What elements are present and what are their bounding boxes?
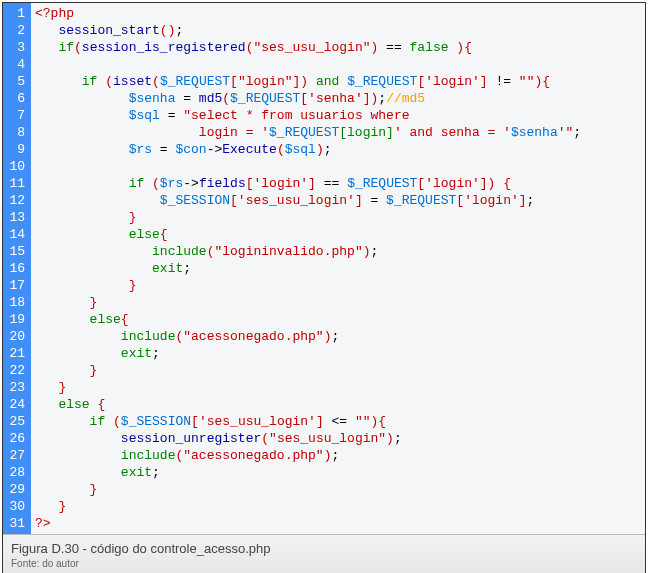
line-number: 13 [7,209,25,226]
code-line: include("acessonegado.php"); [35,328,641,345]
code-line: include("acessonegado.php"); [35,447,641,464]
line-number: 4 [7,56,25,73]
code-line: else{ [35,226,641,243]
code-line: } [35,209,641,226]
code-line: exit; [35,260,641,277]
code-line: $sql = "select * from usuarios where [35,107,641,124]
code-editor: 1234567891011121314151617181920212223242… [3,3,645,534]
line-number: 28 [7,464,25,481]
line-number: 31 [7,515,25,532]
code-line: } [35,498,641,515]
line-number: 23 [7,379,25,396]
code-line: if (isset($_REQUEST["login"]) and $_REQU… [35,73,641,90]
line-number: 15 [7,243,25,260]
line-number: 24 [7,396,25,413]
code-line: $senha = md5($_REQUEST['senha']);//md5 [35,90,641,107]
line-number: 20 [7,328,25,345]
code-line: $_SESSION['ses_usu_login'] = $_REQUEST['… [35,192,641,209]
line-number: 18 [7,294,25,311]
code-line [35,158,641,175]
code-line: } [35,277,641,294]
code-line: } [35,481,641,498]
code-line: } [35,379,641,396]
code-line: else { [35,396,641,413]
caption-source: Fonte: do autor [11,558,637,569]
code-line: ?> [35,515,641,532]
line-number: 21 [7,345,25,362]
caption-title: Figura D.30 - código do controle_acesso.… [11,541,637,556]
code-line: } [35,362,641,379]
line-number: 22 [7,362,25,379]
code-line: <?php [35,5,641,22]
line-number: 26 [7,430,25,447]
line-number: 5 [7,73,25,90]
figure-caption: Figura D.30 - código do controle_acesso.… [3,534,645,573]
line-number: 14 [7,226,25,243]
line-number: 1 [7,5,25,22]
code-line: if ($rs->fields['login'] == $_REQUEST['l… [35,175,641,192]
code-line: if ($_SESSION['ses_usu_login'] <= ""){ [35,413,641,430]
code-line: login = '$_REQUEST[login]' and senha = '… [35,124,641,141]
line-number: 11 [7,175,25,192]
code-figure: 1234567891011121314151617181920212223242… [2,2,646,573]
line-number: 2 [7,22,25,39]
code-line: exit; [35,345,641,362]
code-line: exit; [35,464,641,481]
line-number: 8 [7,124,25,141]
line-number: 10 [7,158,25,175]
code-line: session_unregister("ses_usu_login"); [35,430,641,447]
line-number: 27 [7,447,25,464]
line-number: 30 [7,498,25,515]
code-line: session_start(); [35,22,641,39]
code-line: $rs = $con->Execute($sql); [35,141,641,158]
code-line: else{ [35,311,641,328]
code-line [35,56,641,73]
line-number: 3 [7,39,25,56]
line-number-gutter: 1234567891011121314151617181920212223242… [3,3,31,534]
code-content: <?php session_start(); if(session_is_reg… [31,3,645,534]
line-number: 29 [7,481,25,498]
line-number: 7 [7,107,25,124]
line-number: 6 [7,90,25,107]
line-number: 25 [7,413,25,430]
line-number: 17 [7,277,25,294]
line-number: 19 [7,311,25,328]
line-number: 12 [7,192,25,209]
line-number: 16 [7,260,25,277]
code-line: include("logininvalido.php"); [35,243,641,260]
code-line: if(session_is_registered("ses_usu_login"… [35,39,641,56]
line-number: 9 [7,141,25,158]
code-line: } [35,294,641,311]
